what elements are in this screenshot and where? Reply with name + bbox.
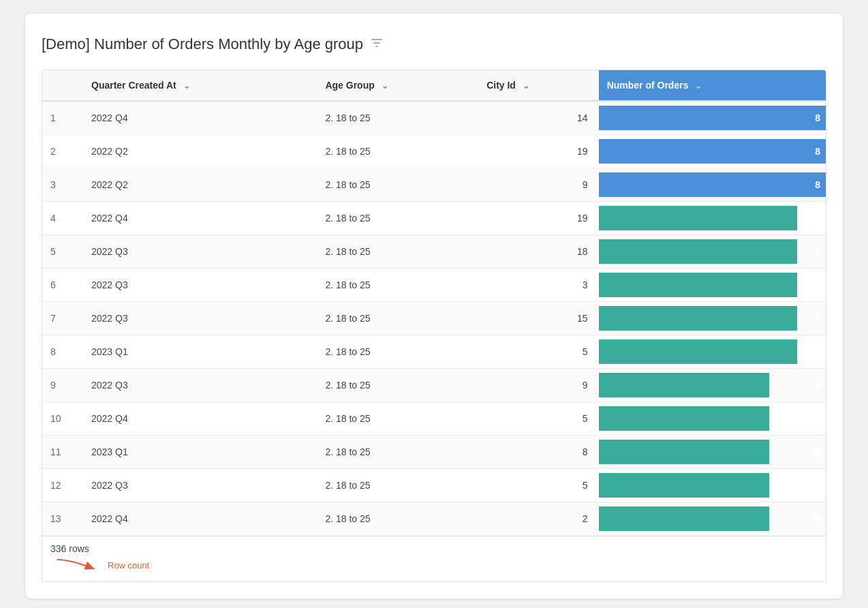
table-row: 122022 Q32. 18 to 255 6 xyxy=(42,469,826,502)
cell-age-group: 2. 18 to 25 xyxy=(317,168,478,202)
cell-age-group: 2. 18 to 25 xyxy=(317,369,478,402)
cell-index: 3 xyxy=(42,168,83,202)
col-label-quarter: Quarter Created At xyxy=(91,80,176,91)
data-table: Quarter Created At ⌄ Age Group ⌄ City Id… xyxy=(42,70,826,536)
cell-city-id: 9 xyxy=(478,168,599,202)
table-header-row: Quarter Created At ⌄ Age Group ⌄ City Id… xyxy=(42,70,826,101)
page-title: [Demo] Number of Orders Monthly by Age g… xyxy=(42,35,826,53)
sort-icon-quarter: ⌄ xyxy=(183,81,190,91)
cell-index: 12 xyxy=(42,469,83,502)
bar-value: 6 xyxy=(815,413,820,424)
bar-value: 8 xyxy=(815,112,820,123)
cell-num-orders: 7 xyxy=(599,302,826,335)
col-header-num-orders[interactable]: Number of Orders ⌄ xyxy=(599,70,826,101)
table-footer: 336 rows Row count xyxy=(42,536,826,581)
cell-city-id: 9 xyxy=(478,369,599,402)
cell-index: 2 xyxy=(42,135,83,168)
cell-num-orders: 8 xyxy=(599,168,826,202)
row-count: 336 rows xyxy=(50,543,149,554)
bar-value: 8 xyxy=(815,146,820,157)
bar-container: 7 xyxy=(599,339,826,364)
bar-value: 7 xyxy=(815,246,820,257)
cell-age-group: 2. 18 to 25 xyxy=(317,469,478,502)
cell-quarter: 2022 Q4 xyxy=(83,202,317,235)
cell-city-id: 15 xyxy=(478,302,599,335)
cell-quarter: 2022 Q2 xyxy=(83,135,317,168)
cell-quarter: 2022 Q3 xyxy=(83,269,317,302)
bar-container: 7 xyxy=(599,239,826,264)
cell-city-id: 5 xyxy=(478,335,599,369)
table-row: 12022 Q42. 18 to 2514 8 xyxy=(42,101,826,135)
footer-inner: 336 rows Row count xyxy=(50,543,149,575)
bar-value: 6 xyxy=(815,480,820,491)
cell-num-orders: 6 xyxy=(599,402,826,436)
bar-container: 7 xyxy=(599,206,826,230)
cell-quarter: 2022 Q3 xyxy=(83,369,317,402)
table-row: 82023 Q12. 18 to 255 7 xyxy=(42,335,826,369)
title-text: [Demo] Number of Orders Monthly by Age g… xyxy=(42,35,363,53)
cell-city-id: 5 xyxy=(478,402,599,436)
bar-value: 7 xyxy=(815,346,820,357)
cell-age-group: 2. 18 to 25 xyxy=(317,269,478,302)
cell-quarter: 2022 Q2 xyxy=(83,168,317,202)
cell-quarter: 2022 Q3 xyxy=(83,469,317,502)
sort-icon-city-id: ⌄ xyxy=(523,81,529,91)
cell-num-orders: 8 xyxy=(599,135,826,168)
table-row: 132022 Q42. 18 to 252 6 xyxy=(42,502,826,536)
table-row: 102022 Q42. 18 to 255 6 xyxy=(42,402,826,436)
cell-index: 11 xyxy=(42,436,83,469)
col-header-age-group[interactable]: Age Group ⌄ xyxy=(317,70,478,101)
cell-index: 10 xyxy=(42,402,83,436)
bar-container: 7 xyxy=(599,273,826,297)
order-bar xyxy=(599,139,826,164)
order-bar xyxy=(599,440,769,464)
cell-age-group: 2. 18 to 25 xyxy=(317,335,478,369)
col-label-age-group: Age Group xyxy=(325,80,374,91)
annotation-arrow-svg xyxy=(50,556,105,575)
cell-city-id: 19 xyxy=(478,202,599,235)
table-row: 42022 Q42. 18 to 2519 7 xyxy=(42,202,826,235)
bar-container: 8 xyxy=(599,106,826,130)
cell-num-orders: 6 xyxy=(599,502,826,536)
bar-container: 6 xyxy=(599,440,826,464)
sort-icon-age-group: ⌄ xyxy=(382,81,388,91)
cell-num-orders: 6 xyxy=(599,369,826,402)
bar-container: 8 xyxy=(599,139,826,164)
cell-age-group: 2. 18 to 25 xyxy=(317,502,478,536)
table-row: 112023 Q12. 18 to 258 6 xyxy=(42,436,826,469)
main-card: [Demo] Number of Orders Monthly by Age g… xyxy=(25,14,843,598)
col-label-num-orders: Number of Orders xyxy=(607,80,689,91)
bar-container: 6 xyxy=(599,373,826,397)
annotation-text: Row count xyxy=(108,560,149,571)
cell-city-id: 2 xyxy=(478,502,599,536)
sort-icon-num-orders: ⌄ xyxy=(695,81,702,91)
bar-container: 7 xyxy=(599,306,826,331)
cell-num-orders: 8 xyxy=(599,101,826,135)
table-row: 52022 Q32. 18 to 2518 7 xyxy=(42,235,826,269)
cell-age-group: 2. 18 to 25 xyxy=(317,135,478,168)
col-header-city-id[interactable]: City Id ⌄ xyxy=(478,70,599,101)
bar-value: 6 xyxy=(815,513,820,524)
cell-num-orders: 7 xyxy=(599,335,826,369)
order-bar xyxy=(599,206,798,230)
cell-index: 7 xyxy=(42,302,83,335)
cell-city-id: 14 xyxy=(478,101,599,135)
bar-container: 6 xyxy=(599,506,826,531)
order-bar xyxy=(599,373,769,397)
order-bar xyxy=(599,473,769,498)
cell-quarter: 2022 Q4 xyxy=(83,502,317,536)
cell-index: 8 xyxy=(42,335,83,369)
cell-num-orders: 6 xyxy=(599,436,826,469)
cell-index: 6 xyxy=(42,269,83,302)
bar-value: 7 xyxy=(815,213,820,224)
col-header-quarter[interactable]: Quarter Created At ⌄ xyxy=(83,70,317,101)
cell-quarter: 2023 Q1 xyxy=(83,436,317,469)
table-row: 22022 Q22. 18 to 2519 8 xyxy=(42,135,826,168)
cell-index: 1 xyxy=(42,101,83,135)
cell-city-id: 18 xyxy=(478,235,599,269)
col-header-index xyxy=(42,70,83,101)
cell-quarter: 2023 Q1 xyxy=(83,335,317,369)
cell-index: 13 xyxy=(42,502,83,536)
filter-icon[interactable] xyxy=(370,36,384,53)
bar-container: 6 xyxy=(599,473,826,498)
